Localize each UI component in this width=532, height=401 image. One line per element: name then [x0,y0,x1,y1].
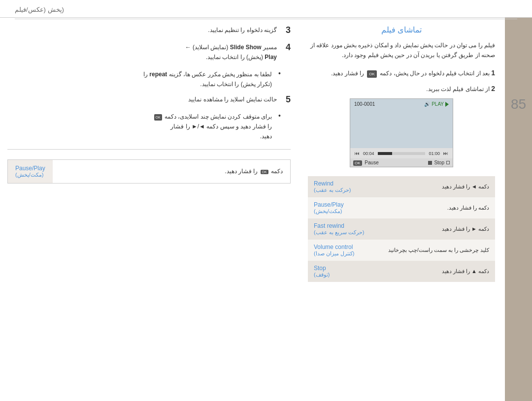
item-4-part1: مسیر [262,44,277,51]
bullet-1-part2: را [143,71,148,78]
video-player: PLAY 🔊 100-0001 ⏮ 00:04 01:00 ⏭ [350,98,453,167]
item-4-text: مسیر Slide Show (نمایش اسلاید) ← Play (پ… [185,42,277,62]
bullet-2-part1: برای متوقف کردن نمایش چند اسلایدی، دکمه [165,113,272,120]
feature-action-4: دکمه ▲ را فشار دهید [374,261,495,282]
bullet-dot-1: • [276,69,281,77]
stop-label: Stop [434,160,444,165]
progress-fill [378,152,392,155]
right-panel: تماشای فیلم فیلم را می توان در حالت پخش … [0,18,505,401]
right-item-4: 4 مسیر Slide Show (نمایش اسلاید) ← Play … [7,42,291,62]
feature-label-0: Rewind(حرکت به عقب) [308,176,374,197]
item-4-play: Play [265,54,277,61]
bullet-text-2: برای متوقف کردن نمایش چند اسلایدی، دکمه … [153,112,272,142]
intro-text: فیلم را می توان در حالت پخش نمایش داد و … [308,40,495,61]
step1: 1 بعد از انتخاب فیلم دلخواه در حال پخش، … [308,67,495,79]
step1-suffix: را فشار دهید. [331,70,364,77]
ok-icon-2: OK [154,114,162,121]
pause-play-right: Pause/Play (مکث/پخش) [8,160,53,183]
bullet-2-part2: را فشار دهید و سپس دکمه ◄/► را فشار [170,123,272,130]
bullet-item-2: • برای متوقف کردن نمایش چند اسلایدی، دکم… [7,112,291,142]
progress-bar[interactable] [378,152,426,155]
item-4-part4: (پخش) را انتخاب نمایید. [206,54,263,61]
stop-icon [428,161,432,165]
stop-btn[interactable]: Stop [428,160,450,165]
page-number-sidebar: 85 [505,18,532,401]
play-indicator: PLAY 🔊 [423,101,449,107]
time-total: 01:00 [429,151,440,156]
section-title: تماشای فیلم [308,25,495,34]
feature-sub-0: (حرکت به عقب) [314,187,368,193]
right-content-panel: 3 گزینه دلخواه را تنظیم نمایید. 4 مسیر S… [0,18,303,401]
bullet-dot-2: • [276,112,281,120]
feature-row-0: دکمه ◄ را فشار دهیدRewind(حرکت به عقب) [308,176,495,197]
ok-pause-btn[interactable]: OK Pause [353,160,379,165]
feature-label-4: Stop(توقف) [308,261,374,282]
pause-play-label: دکمه OK را فشار دهید. [53,163,290,180]
page-number: 85 [511,96,526,112]
feature-main-4: Stop [314,265,368,272]
item-3-number: 3 [281,25,291,35]
player-controls: ⏮ 00:04 01:00 ⏭ [350,148,453,158]
player-screen: PLAY 🔊 100-0001 [350,99,453,148]
player-bottom: OK Pause Stop [350,158,453,167]
bullet-2-part3: دهید. [260,133,272,140]
feature-label-1: Pause/Play(مکث/پخش) [308,197,374,218]
ok-icon-3: OK [261,170,268,174]
bullet-1-repeat: repeat [149,71,167,78]
fast-forward-btn[interactable]: ⏭ [442,150,450,156]
pp-main: Pause/Play [15,165,45,172]
volume-icon: 🔊 [424,101,430,107]
item-4-slideshow: Slide Show [230,44,262,51]
feature-action-3: کلید چرخشی را به سمت راست/چپ بچرخانید [374,240,495,261]
step2-text: از تماشای فیلم لذت ببرید. [426,86,490,93]
bullet-1-part3: (تکرار پخش) را انتخاب نمایید. [200,81,272,88]
right-item-3: 3 گزینه دلخواه را تنظیم نمایید. [7,25,291,35]
time-current: 00:04 [363,151,374,156]
step2: 2 از تماشای فیلم لذت ببرید. [308,83,495,95]
feature-sub-2: (حرکت سریع به عقب) [314,229,368,236]
feature-sub-1: (مکث/پخش) [314,208,368,215]
feature-label-3: Volume control(کنترل میزان صدا) [308,240,374,261]
page-header-title: (پخش (عکس/فیلم [15,6,64,13]
pp-sub: (مکث/پخش) [15,172,45,178]
bullet-text-1: لطفا به منظور پخش مکرر عکس ها، گزینه rep… [143,69,272,90]
ok-icon: OK [353,160,362,166]
pause-label: Pause [365,160,378,165]
item-5-text: حالت نمایش اسلاید را مشاهده نمایید [188,94,277,104]
feature-action-0: دکمه ◄ را فشار دهید [374,176,495,197]
feature-action-1: دکمه را فشار دهید. [374,197,495,218]
film-section: تماشای فیلم فیلم را می توان در حالت پخش … [303,18,505,401]
divider [7,149,291,150]
pp-label-text: را فشار دهید. [225,168,258,175]
play-status: PLAY [432,101,444,107]
player-counter: 100-0001 [354,101,375,107]
step1-text: بعد از انتخاب فیلم دلخواه در حال پخش، دک… [380,70,490,77]
feature-row-4: دکمه ▲ را فشار دهیدStop(توقف) [308,261,495,282]
feature-table: دکمه ◄ را فشار دهیدRewind(حرکت به عقب)دک… [308,176,495,282]
feature-sub-3: (کنترل میزان صدا) [314,250,368,257]
feature-action-2: دکمه ► را فشار دهید [374,218,495,240]
play-triangle-icon [445,102,449,107]
feature-label-2: Fast rewind(حرکت سریع به عقب) [308,218,374,240]
item-5-number: 5 [281,94,291,105]
feature-sub-4: (توقف) [314,272,368,278]
main-content: 85 تماشای فیلم فیلم را می توان در حالت پ… [0,18,532,401]
bullet-1-part1: لطفا به منظور پخش مکرر عکس ها، گزینه [167,71,272,78]
rewind-btn[interactable]: ⏮ [353,150,361,156]
feature-row-2: دکمه ► را فشار دهیدFast rewind(حرکت سریع… [308,218,495,240]
top-bar: (پخش (عکس/فیلم [0,0,532,18]
bullet-item-1: • لطفا به منظور پخش مکرر عکس ها، گزینه r… [7,69,291,90]
right-item-5: 5 حالت نمایش اسلاید را مشاهده نمایید [7,94,291,105]
feature-main-3: Volume control [314,244,368,250]
feature-main-1: Pause/Play [314,201,368,208]
stop-square-icon [446,161,450,164]
feature-row-1: دکمه را فشار دهید.Pause/Play(مکث/پخش) [308,197,495,218]
feature-row-3: کلید چرخشی را به سمت راست/چپ بچرخانیدVol… [308,240,495,261]
item-3-text: گزینه دلخواه را تنظیم نمایید. [208,25,277,35]
pause-play-box: دکمه OK را فشار دهید. Pause/Play (مکث/پخ… [7,159,291,184]
step1-btn-icon: OK [367,70,377,78]
feature-main-2: Fast rewind [314,222,368,229]
page-container: (پخش (عکس/فیلم 85 تماشای فیلم فیلم را می… [0,0,532,401]
item-4-part2: (نمایش اسلاید) ← [185,44,229,51]
feature-main-0: Rewind [314,180,368,187]
